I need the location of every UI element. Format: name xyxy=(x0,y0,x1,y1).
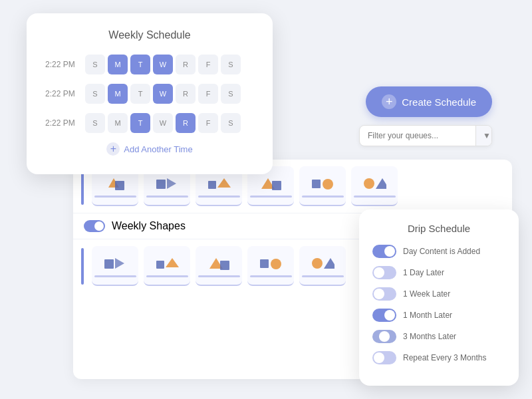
drip-item-5: Repeat Every 3 Months xyxy=(372,351,505,364)
day-btn-s1-3[interactable]: S xyxy=(85,113,105,133)
drip-label-5: Repeat Every 3 Months xyxy=(403,353,486,362)
shape-card-bar-2-2 xyxy=(146,275,188,277)
shape-card-bar-2-4 xyxy=(250,275,292,277)
drip-knob-3 xyxy=(384,310,395,321)
weekly-shapes-toggle[interactable] xyxy=(84,220,105,232)
drip-knob-4 xyxy=(379,331,390,342)
day-btn-w1[interactable]: W xyxy=(153,55,173,74)
drip-item-3: 1 Month Later xyxy=(372,309,505,322)
day-btn-f3[interactable]: F xyxy=(198,113,218,133)
drip-toggle-5[interactable] xyxy=(372,351,396,364)
schedule-row-3: 2:22 PM S M T W R F S xyxy=(45,113,254,133)
shapes-row-2 xyxy=(92,246,346,286)
svg-marker-3 xyxy=(167,178,176,189)
add-another-time-btn[interactable]: + Add Another Time xyxy=(45,142,254,156)
drip-knob-2 xyxy=(374,289,384,299)
shape-svg-1 xyxy=(103,174,127,193)
svg-rect-12 xyxy=(104,259,114,269)
shape-svg-3 xyxy=(207,174,231,193)
drip-item-1: 1 Day Later xyxy=(372,266,505,279)
drip-toggle-1[interactable] xyxy=(372,266,396,279)
shape-card-bar-2-3 xyxy=(198,275,240,277)
create-schedule-area: + Create Schedule ▼ xyxy=(359,86,492,146)
day-btn-r1[interactable]: R xyxy=(176,55,196,74)
day-buttons-1: S M T W R F S xyxy=(85,55,241,74)
shape-svg-2-3 xyxy=(207,254,231,273)
day-btn-w2[interactable]: W xyxy=(153,84,173,104)
shape-card-bar-2 xyxy=(146,196,188,198)
day-btn-s2-1[interactable]: S xyxy=(221,55,241,74)
day-btn-s2-3[interactable]: S xyxy=(221,113,241,133)
weekly-schedule-title: Weekly Schedule xyxy=(45,29,254,41)
drip-toggle-4[interactable] xyxy=(372,330,396,343)
shape-card-bar-2-5 xyxy=(302,275,344,277)
day-btn-w3[interactable]: W xyxy=(153,113,173,133)
filter-dropdown-arrow[interactable]: ▼ xyxy=(475,126,492,146)
drip-schedule-title: Drip Schedule xyxy=(372,223,505,234)
drip-knob-0 xyxy=(384,246,395,257)
shape-svg-2-2 xyxy=(155,254,179,273)
day-btn-f2[interactable]: F xyxy=(198,84,218,104)
day-buttons-3: S M T W R F S xyxy=(85,113,241,133)
day-btn-t3[interactable]: T xyxy=(130,113,150,133)
drip-knob-5 xyxy=(374,352,384,363)
filter-queue-container: ▼ xyxy=(359,125,492,146)
shape-card-bar-4 xyxy=(250,196,292,198)
day-btn-s1[interactable]: S xyxy=(85,55,105,74)
drip-schedule-card: Drip Schedule Day Content is Added 1 Day… xyxy=(359,209,519,386)
day-btn-t1[interactable]: T xyxy=(130,55,150,74)
day-btn-s2-2[interactable]: S xyxy=(221,84,241,104)
shape-card-bar-2-1 xyxy=(94,275,136,277)
row-indicator-2 xyxy=(81,248,84,285)
shape-svg-2-1 xyxy=(103,254,127,273)
weekly-shapes-label: Weekly Shapes xyxy=(112,220,186,232)
drip-label-2: 1 Week Later xyxy=(403,289,450,299)
day-btn-m2[interactable]: M xyxy=(108,84,128,104)
drip-item-4: 3 Months Later xyxy=(372,330,505,343)
svg-rect-4 xyxy=(208,181,216,189)
shape-card-5 xyxy=(299,166,346,206)
weekly-schedule-card: Weekly Schedule 2:22 PM S M T W R F S 2:… xyxy=(27,13,273,174)
add-time-label: Add Another Time xyxy=(124,144,192,154)
svg-point-19 xyxy=(271,259,281,269)
shape-svg-2-5 xyxy=(311,254,334,273)
day-btn-m1[interactable]: M xyxy=(108,55,128,74)
day-btn-f1[interactable]: F xyxy=(198,55,218,74)
shape-card-bar-5 xyxy=(302,196,344,198)
drip-label-4: 3 Months Later xyxy=(403,332,456,341)
drip-toggle-2[interactable] xyxy=(372,287,396,301)
drip-toggle-3[interactable] xyxy=(372,309,396,322)
day-buttons-2: S M T W R F S xyxy=(85,84,241,104)
create-schedule-label: Create Schedule xyxy=(402,96,476,108)
svg-marker-15 xyxy=(166,258,179,267)
shape-svg-5 xyxy=(311,174,334,193)
shape-svg-6 xyxy=(362,174,386,193)
svg-point-10 xyxy=(364,178,374,189)
filter-queue-input[interactable] xyxy=(360,126,475,146)
day-btn-t2[interactable]: T xyxy=(130,84,150,104)
day-btn-m3[interactable]: M xyxy=(108,113,128,133)
shape-card-2-3 xyxy=(196,246,242,286)
shape-card-bar-3 xyxy=(198,196,240,198)
shape-card-bar-1 xyxy=(94,196,136,198)
drip-item-2: 1 Week Later xyxy=(372,287,505,301)
create-schedule-button[interactable]: + Create Schedule xyxy=(366,86,492,117)
shape-svg-2 xyxy=(155,174,179,193)
shape-card-2-4 xyxy=(247,246,294,286)
svg-rect-14 xyxy=(156,261,164,269)
svg-point-20 xyxy=(312,258,323,269)
shape-card-6 xyxy=(351,166,398,206)
day-btn-r3[interactable]: R xyxy=(176,113,196,133)
shape-svg-4 xyxy=(259,174,283,193)
weekly-shapes-toggle-knob xyxy=(94,221,104,231)
schedule-time-2: 2:22 PM xyxy=(45,89,80,98)
svg-rect-17 xyxy=(220,261,229,270)
shape-card-bar-6 xyxy=(354,196,396,198)
add-time-plus-icon: + xyxy=(106,142,120,156)
svg-marker-13 xyxy=(115,258,124,269)
drip-label-0: Day Content is Added xyxy=(403,247,480,256)
drip-toggle-0[interactable] xyxy=(372,245,396,258)
day-btn-r2[interactable]: R xyxy=(176,84,196,104)
day-btn-s1-2[interactable]: S xyxy=(85,84,105,104)
svg-rect-1 xyxy=(115,181,124,190)
